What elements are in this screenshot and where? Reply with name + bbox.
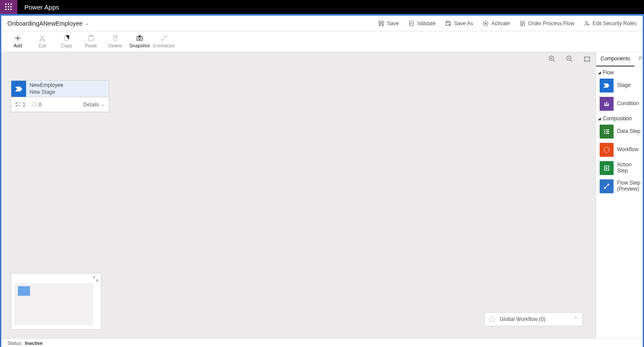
process-name: OnboardingANewEmployee [7, 20, 83, 27]
stage-details-toggle[interactable]: Details ⌄ [83, 102, 104, 108]
save-as-button[interactable]: Save As [445, 20, 473, 26]
minimap[interactable] [11, 273, 101, 330]
minimap-viewport[interactable] [15, 283, 93, 325]
svg-point-27 [32, 102, 37, 107]
app-launcher[interactable] [0, 0, 17, 14]
global-workflow-bar[interactable]: Global Workflow (0) ⌃ [484, 312, 583, 326]
stage-workflow-count: 0 [32, 102, 42, 108]
svg-rect-4 [8, 6, 9, 7]
waffle-icon [5, 3, 12, 10]
components-panel: Components Pr ◢Flow Stage Condition ◢Com… [596, 52, 643, 347]
component-action-step[interactable]: Action Step [596, 159, 643, 177]
tab-components[interactable]: Components [596, 52, 634, 66]
svg-rect-25 [16, 105, 17, 106]
svg-rect-2 [10, 3, 12, 5]
svg-point-17 [139, 37, 141, 40]
delete-button[interactable]: Delete [103, 35, 127, 48]
condition-icon [600, 97, 614, 111]
status-bar: Status: Inactive [1, 338, 643, 347]
stage-entity: NewEmployee [30, 82, 63, 89]
stage-step-count: 1 [16, 102, 26, 108]
component-data-step[interactable]: Data Step [596, 122, 643, 141]
chevron-up-icon[interactable]: ⌃ [574, 316, 578, 322]
svg-point-28 [490, 317, 495, 322]
connector-button[interactable]: Connector [152, 35, 176, 48]
svg-point-19 [165, 36, 167, 37]
chevron-down-icon: ⌄ [101, 102, 104, 107]
component-stage[interactable]: Stage [596, 76, 643, 95]
svg-rect-5 [10, 6, 12, 7]
svg-rect-1 [8, 3, 9, 5]
cut-icon [39, 35, 46, 42]
component-workflow[interactable]: Workflow [596, 141, 643, 159]
zoom-in-button[interactable] [549, 56, 556, 63]
status-label: Status: [7, 340, 22, 346]
data-step-icon [600, 125, 614, 139]
brand-name: Power Apps [17, 3, 66, 11]
stage-name: New Stage [30, 89, 63, 96]
workflow-icon [600, 143, 614, 157]
svg-rect-26 [18, 105, 21, 106]
zoom-out-button[interactable] [566, 56, 573, 63]
edit-security-roles-button[interactable]: Edit Security Roles [584, 20, 637, 26]
global-workflow-label: Global Workflow (0) [500, 316, 545, 322]
svg-point-10 [585, 21, 587, 23]
svg-rect-6 [5, 9, 7, 10]
minimap-expand-icon[interactable] [93, 275, 98, 283]
component-condition[interactable]: Condition [596, 95, 643, 113]
add-button[interactable]: Add [6, 35, 30, 48]
order-process-flow-button[interactable]: Order Process Flow [520, 20, 574, 26]
save-icon [378, 20, 384, 26]
action-step-icon [600, 161, 614, 175]
order-icon [520, 20, 526, 26]
copy-button[interactable]: Copy [54, 35, 79, 48]
security-icon [584, 20, 590, 26]
section-composition[interactable]: ◢Composition [596, 113, 643, 122]
save-button[interactable]: Save [378, 20, 399, 26]
chevron-down-icon: ⌄ [85, 20, 89, 26]
connector-icon [160, 35, 167, 42]
snapshot-icon [136, 35, 143, 42]
svg-point-29 [604, 147, 609, 152]
tab-properties[interactable]: Pr [634, 52, 643, 66]
validate-button[interactable]: Validate [408, 20, 435, 26]
section-flow[interactable]: ◢Flow [596, 67, 643, 76]
activate-button[interactable]: Activate [483, 20, 510, 26]
svg-rect-3 [5, 6, 7, 7]
svg-rect-8 [10, 9, 12, 10]
svg-rect-23 [16, 102, 17, 104]
component-flow-step[interactable]: Flow Step (Preview) [596, 177, 643, 195]
validate-icon [408, 20, 414, 26]
stage-icon [600, 79, 614, 93]
save-as-icon [445, 20, 451, 26]
copy-icon [63, 35, 70, 42]
svg-rect-16 [137, 36, 142, 40]
minimap-stage-marker [18, 286, 30, 296]
svg-point-18 [161, 39, 163, 41]
delete-icon [112, 35, 119, 42]
add-icon [14, 35, 21, 42]
design-canvas[interactable]: NewEmployee New Stage 1 0 Detai [1, 52, 596, 347]
activate-icon [483, 20, 489, 26]
svg-rect-24 [18, 102, 21, 103]
process-name-dropdown[interactable]: OnboardingANewEmployee ⌄ [7, 20, 89, 27]
flow-step-icon [600, 179, 614, 193]
stage-tile-icon [11, 81, 26, 97]
paste-icon [87, 35, 94, 42]
cut-button[interactable]: Cut [30, 35, 54, 48]
fit-to-screen-button[interactable] [584, 56, 591, 63]
snapshot-button[interactable]: Snapshot [127, 35, 152, 48]
svg-rect-0 [5, 3, 7, 5]
svg-rect-14 [89, 36, 93, 41]
svg-rect-7 [8, 9, 9, 10]
stage-tile[interactable]: NewEmployee New Stage 1 0 Detai [11, 80, 109, 112]
paste-button[interactable]: Paste [79, 35, 103, 48]
status-value: Inactive [25, 340, 43, 346]
workflow-icon [489, 316, 495, 322]
